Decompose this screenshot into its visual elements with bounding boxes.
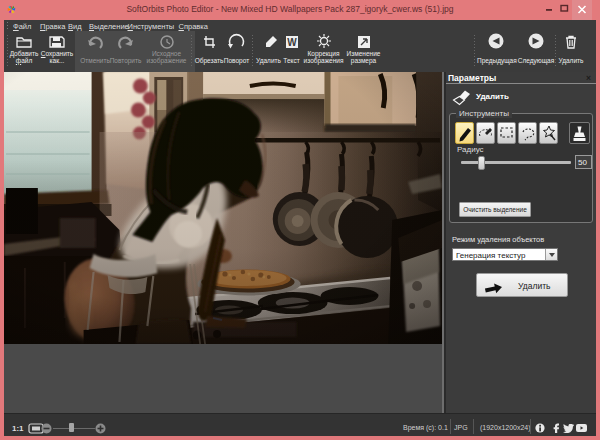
svg-text:W: W [287,37,297,48]
